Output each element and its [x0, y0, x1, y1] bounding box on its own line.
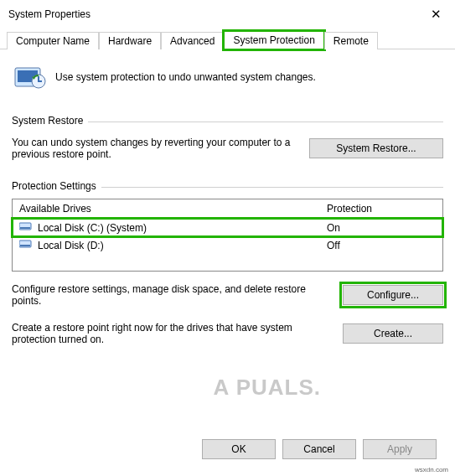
- system-restore-heading: System Restore: [12, 115, 88, 127]
- tab-system-protection[interactable]: System Protection: [224, 31, 323, 49]
- protection-settings-heading: Protection Settings: [12, 180, 101, 192]
- drive-icon: [19, 239, 33, 251]
- tab-remote[interactable]: Remote: [324, 32, 378, 49]
- tab-computer-name[interactable]: Computer Name: [7, 32, 99, 49]
- create-button[interactable]: Create...: [343, 323, 443, 344]
- ok-button[interactable]: OK: [202, 439, 276, 459]
- drive-row-d[interactable]: Local Disk (D:) Off: [13, 236, 442, 254]
- window-title: System Properties: [8, 8, 90, 20]
- drive-name: Local Disk (D:): [38, 240, 104, 251]
- intro-text: Use system protection to undo unwanted s…: [55, 71, 316, 83]
- system-restore-text: You can undo system changes by reverting…: [12, 137, 299, 160]
- svg-rect-7: [20, 245, 30, 246]
- configure-text: Configure restore settings, manage disk …: [12, 283, 333, 307]
- source-watermark: wsxdn.com: [413, 465, 450, 474]
- system-restore-button[interactable]: System Restore...: [309, 138, 443, 158]
- svg-rect-5: [20, 227, 30, 229]
- col-protection: Protection: [327, 203, 436, 215]
- create-text: Create a restore point right now for the…: [12, 322, 333, 345]
- drive-name: Local Disk (C:) (System): [38, 222, 147, 234]
- drive-row-c[interactable]: Local Disk (C:) (System) On: [13, 219, 442, 236]
- tab-hardware[interactable]: Hardware: [99, 32, 161, 49]
- system-protection-icon: [13, 63, 47, 91]
- drives-table: Available Drives Protection Local Disk (…: [12, 199, 443, 272]
- drive-row-empty: [13, 254, 442, 271]
- drive-icon: [19, 221, 33, 234]
- drive-protection: Off: [327, 240, 436, 251]
- cancel-button[interactable]: Cancel: [282, 439, 356, 459]
- tab-advanced[interactable]: Advanced: [161, 32, 224, 49]
- tabs-row: Computer Name Hardware Advanced System P…: [0, 30, 455, 49]
- close-icon[interactable]: ✕: [426, 7, 447, 22]
- col-available-drives: Available Drives: [19, 203, 327, 215]
- configure-button[interactable]: Configure...: [343, 285, 443, 305]
- dialog-footer: OK Cancel Apply: [202, 439, 437, 459]
- watermark-text: A PUALS.: [214, 375, 321, 401]
- apply-button: Apply: [363, 439, 437, 459]
- drive-protection: On: [327, 222, 436, 234]
